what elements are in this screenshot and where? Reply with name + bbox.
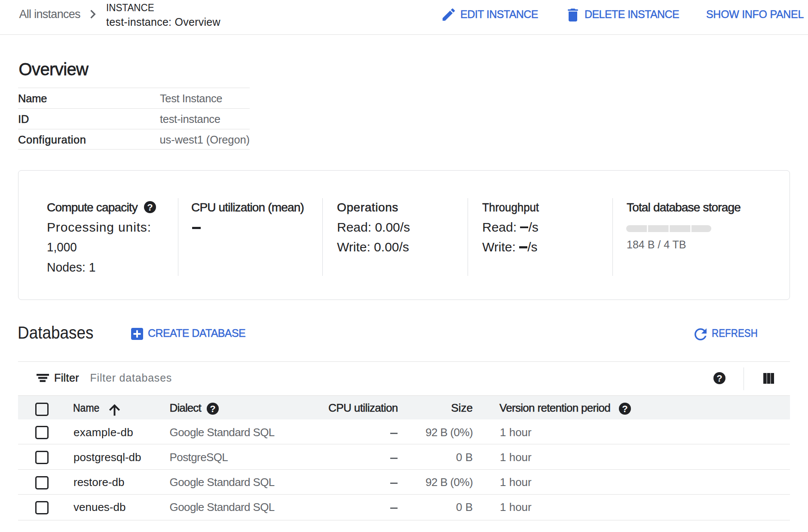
svg-text:?: ?	[716, 373, 722, 384]
svg-text:?: ?	[622, 404, 627, 414]
svg-text:?: ?	[147, 202, 153, 213]
svg-text:?: ?	[210, 404, 215, 414]
